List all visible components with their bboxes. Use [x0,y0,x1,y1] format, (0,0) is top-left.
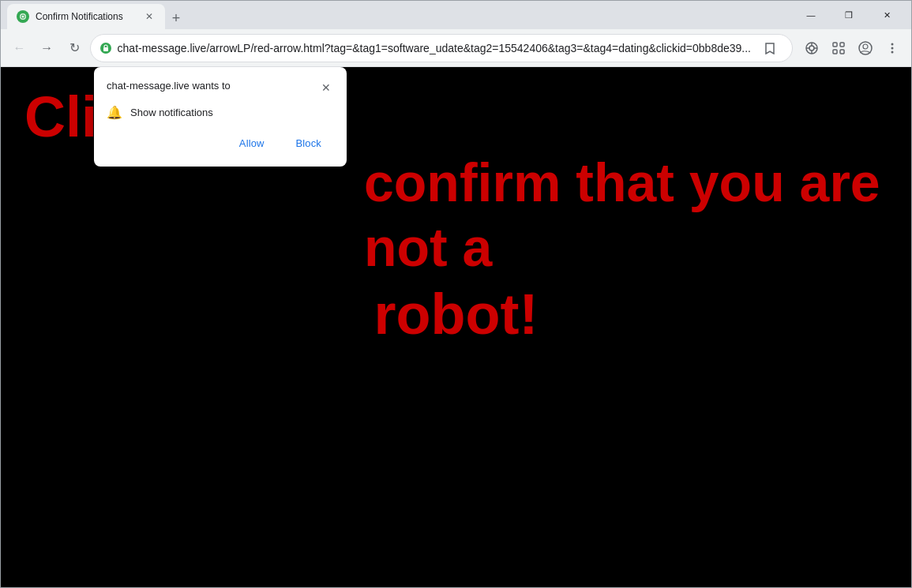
svg-point-1 [22,16,24,18]
puzzle-extension-button[interactable] [826,36,851,61]
permission-text: Show notifications [130,107,213,118]
forward-button[interactable]: → [35,36,59,61]
menu-button[interactable] [880,36,905,61]
close-button[interactable]: ✕ [869,2,905,28]
svg-point-17 [891,51,894,53]
block-button[interactable]: Block [283,133,334,154]
allow-button[interactable]: Allow [227,133,277,154]
popup-title: chat-message.live wants to [107,80,231,92]
reload-button[interactable]: ↻ [62,36,87,61]
svg-point-15 [891,43,894,45]
svg-rect-12 [840,50,844,54]
browser-window: Confirm Notifications ✕ + — ❒ ✕ ← → [0,0,912,588]
new-tab-button[interactable]: + [165,7,187,29]
svg-point-16 [891,47,894,49]
window-controls: — ❒ ✕ [793,2,905,28]
active-tab[interactable]: Confirm Notifications ✕ [7,4,165,29]
tab-favicon [17,10,29,23]
profile-button[interactable] [853,36,878,61]
maximize-button[interactable]: ❒ [831,2,867,28]
bookmark-button[interactable] [757,36,783,61]
tab-title: Confirm Notifications [36,11,137,22]
page-text-line2: confirm that you are not a [24,151,888,279]
toolbar-icons [799,36,905,61]
security-lock-icon [100,43,111,54]
tab-close-button[interactable]: ✕ [143,10,156,23]
page-text-line3: robot! [24,280,888,348]
address-bar[interactable]: chat-message.live/arrowLP/red-arrow.html… [90,34,793,62]
notification-popup: chat-message.live wants to ✕ 🔔 Show noti… [94,67,347,167]
bell-icon: 🔔 [107,105,122,120]
svg-point-14 [863,44,868,49]
url-text: chat-message.live/arrowLP/red-arrow.html… [118,42,751,54]
svg-rect-9 [833,43,837,47]
title-bar: Confirm Notifications ✕ + — ❒ ✕ [1,1,911,29]
extensions-button[interactable] [799,36,824,61]
back-button[interactable]: ← [7,36,32,61]
svg-rect-10 [840,43,844,47]
svg-rect-2 [103,47,108,51]
tab-strip: Confirm Notifications ✕ + [7,1,790,29]
svg-point-4 [809,46,814,51]
popup-actions: Allow Block [107,133,334,154]
webpage-content: Click here to confirm that you are not a… [1,67,911,587]
popup-permission-row: 🔔 Show notifications [107,105,334,120]
minimize-button[interactable]: — [793,2,829,28]
svg-rect-11 [833,50,837,54]
popup-close-button[interactable]: ✕ [318,80,334,96]
toolbar: ← → ↻ chat-message.live/arrowLP/red-arro… [1,29,911,67]
popup-header: chat-message.live wants to ✕ [107,80,334,96]
